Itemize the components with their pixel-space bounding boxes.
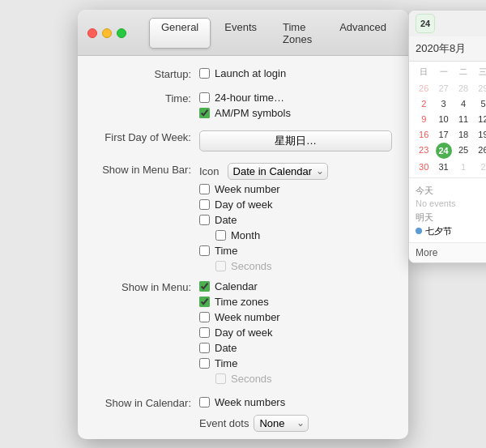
cal-day[interactable]: 19 — [473, 127, 486, 142]
cal-today-label: 今天 — [416, 185, 486, 197]
menubar-week-number-checkbox[interactable] — [199, 184, 210, 194]
menu-time-checkbox[interactable] — [199, 358, 210, 369]
menu-date-row: Date — [199, 342, 392, 354]
fullscreen-button[interactable] — [117, 28, 126, 38]
first-day-label: First Day of Week: — [94, 130, 199, 143]
launch-at-login-checkbox[interactable] — [199, 68, 210, 79]
cal-day[interactable]: 1 — [454, 160, 473, 174]
cal-more-button[interactable]: More ▶ — [409, 242, 486, 262]
menu-calendar-row: Calendar — [199, 280, 392, 292]
menu-week-number-label: Week number — [215, 311, 280, 323]
24hour-checkbox[interactable] — [199, 92, 210, 103]
title-bar: General Events Time Zones Advanced — [78, 10, 408, 56]
menubar-date-label: Date — [215, 214, 237, 226]
menubar-month-checkbox[interactable] — [215, 230, 226, 241]
cal-day[interactable]: 17 — [433, 127, 453, 142]
menubar-month-label: Month — [231, 229, 260, 241]
menu-day-of-week-checkbox[interactable] — [199, 327, 210, 338]
ampm-checkbox[interactable] — [199, 108, 210, 118]
first-day-button[interactable]: 星期日… — [199, 130, 392, 151]
cal-day[interactable]: 26 — [473, 143, 486, 159]
menubar-week-number-row: Week number — [199, 183, 392, 195]
weekday-wed: 三 — [473, 65, 486, 79]
cal-event-name: 七夕节 — [425, 225, 452, 237]
cal-month: 2020年8月 — [416, 41, 466, 56]
cal-day[interactable]: 31 — [433, 160, 453, 174]
close-button[interactable] — [87, 28, 97, 38]
icon-text: Icon — [199, 165, 220, 177]
minimize-button[interactable] — [102, 28, 112, 38]
week-numbers-checkbox[interactable] — [199, 397, 210, 407]
menubar-seconds-checkbox[interactable] — [215, 261, 226, 271]
tab-general[interactable]: General — [149, 18, 211, 49]
menubar-week-number-label: Week number — [215, 183, 280, 195]
date-in-calendar-select-wrapper: Date in Calendar None Date only — [228, 163, 328, 180]
show-menu-content: Calendar Time zones Week number Day of w… — [199, 280, 392, 385]
cal-day[interactable]: 9 — [414, 112, 433, 126]
event-dots-select[interactable]: None All Hidden — [254, 415, 309, 432]
weekday-mon: 一 — [433, 65, 453, 79]
event-dots-row: Event dots None All Hidden — [199, 415, 392, 432]
show-calendar-content: Week numbers Event dots None All Hidden — [199, 396, 392, 432]
menubar-month-row: Month — [215, 229, 392, 241]
menu-seconds-checkbox[interactable] — [215, 373, 226, 384]
menu-day-of-week-row: Day of week — [199, 326, 392, 339]
startup-label: Startup: — [94, 67, 199, 80]
cal-day[interactable]: 2 — [414, 96, 433, 111]
ampm-row: AM/PM symbols — [199, 107, 392, 119]
launch-at-login-label: Launch at login — [215, 67, 286, 79]
show-menu-bar-label: Show in Menu Bar: — [94, 163, 199, 176]
menu-calendar-label: Calendar — [215, 280, 258, 292]
cal-day[interactable]: 23 — [414, 143, 433, 159]
event-dots-label: Event dots — [199, 417, 249, 429]
tab-time-zones[interactable]: Time Zones — [271, 18, 326, 49]
cal-header: 2020年8月 ‹ › — [409, 36, 486, 62]
show-calendar-label: Show in Calendar: — [94, 396, 199, 409]
menu-calendar-checkbox[interactable] — [199, 281, 210, 292]
cal-tomorrow-label: 明天 — [416, 211, 486, 224]
date-in-calendar-select[interactable]: Date in Calendar None Date only — [228, 163, 328, 180]
24hour-label: 24-hour time… — [215, 92, 284, 104]
tab-advanced[interactable]: Advanced — [327, 18, 399, 49]
cal-day[interactable]: 3 — [433, 96, 453, 111]
cal-day[interactable]: 16 — [414, 127, 433, 142]
cal-day[interactable]: 26 — [414, 81, 433, 96]
week-numbers-label: Week numbers — [215, 396, 285, 408]
tab-events[interactable]: Events — [212, 18, 269, 49]
cal-day[interactable]: 10 — [433, 112, 453, 126]
cal-day[interactable]: 2 — [473, 160, 486, 174]
cal-day[interactable]: 5 — [473, 96, 486, 111]
time-label: Time: — [94, 92, 199, 105]
startup-content: Launch at login — [199, 67, 392, 79]
menu-seconds-label: Seconds — [231, 373, 272, 385]
menubar-date-checkbox[interactable] — [199, 215, 210, 225]
cal-no-events: No events — [416, 198, 486, 208]
cal-day[interactable]: 25 — [454, 143, 473, 159]
menu-week-number-row: Week number — [199, 311, 392, 323]
menubar-time-row: Time — [199, 245, 392, 257]
menubar-seconds-row: Seconds — [215, 260, 392, 272]
preferences-content: Startup: Launch at login Time: 24-hour t… — [78, 56, 408, 439]
cal-day[interactable]: 27 — [433, 81, 453, 96]
menu-time-label: Time — [215, 357, 237, 369]
show-menu-bar-row: Show in Menu Bar: Icon Date in Calendar … — [94, 163, 392, 272]
cal-app-icon: 24 — [416, 14, 435, 33]
cal-day[interactable]: 30 — [414, 160, 433, 174]
cal-day[interactable]: 11 — [454, 112, 473, 126]
menubar-time-checkbox[interactable] — [199, 245, 210, 256]
menu-time-zones-checkbox[interactable] — [199, 297, 210, 307]
cal-day[interactable]: 18 — [454, 127, 473, 142]
cal-day[interactable]: 4 — [454, 96, 473, 111]
cal-day[interactable]: 28 — [454, 81, 473, 96]
menu-week-number-checkbox[interactable] — [199, 312, 210, 322]
cal-event-dot — [416, 228, 422, 234]
cal-today[interactable]: 24 — [436, 143, 452, 159]
event-dots-select-wrapper: None All Hidden — [254, 415, 309, 432]
cal-day[interactable]: 29 — [473, 81, 486, 96]
menu-date-checkbox[interactable] — [199, 343, 210, 353]
first-day-row: First Day of Week: 星期日… — [94, 130, 392, 151]
cal-icon-bar: 24 — [409, 11, 486, 36]
menubar-day-of-week-checkbox[interactable] — [199, 199, 210, 210]
cal-events: 今天 No events 明天 七夕节 — [409, 177, 486, 242]
cal-day[interactable]: 12 — [473, 112, 486, 126]
